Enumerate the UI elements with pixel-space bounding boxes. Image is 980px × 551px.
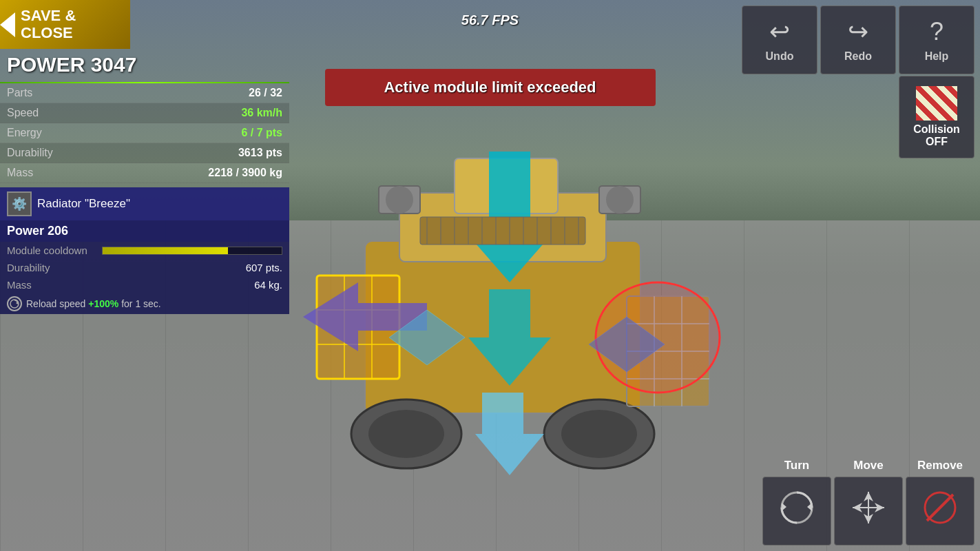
svg-marker-45: [807, 503, 812, 511]
parts-value: 26 / 32: [249, 87, 282, 99]
energy-value: 6 / 7 pts: [241, 127, 282, 139]
svg-marker-43: [16, 302, 18, 304]
item-mass-row: Mass 64 kg.: [0, 276, 289, 293]
energy-label: Energy: [7, 127, 42, 139]
help-label: Help: [925, 50, 949, 63]
reload-text: Reload speed +100% for 1 sec.: [26, 298, 161, 309]
bottom-controls: Turn Move: [757, 453, 980, 551]
back-arrow-icon: [0, 12, 15, 37]
stats-panel: POWER 3047 Parts 26 / 32 Speed 36 km/h E…: [0, 49, 289, 314]
item-icon: ⚙️: [7, 191, 32, 216]
remove-icon: [921, 489, 959, 533]
save-close-label: SAVE & CLOSE: [21, 8, 130, 41]
parts-row: Parts 26 / 32: [0, 83, 289, 103]
durability-row: Durability 3613 pts: [0, 143, 289, 163]
help-button[interactable]: ? Help: [899, 6, 974, 74]
item-power: Power 206: [0, 220, 289, 242]
svg-point-28: [606, 186, 634, 214]
turn-icon: [778, 489, 815, 533]
cooldown-bar-fill: [103, 247, 228, 254]
speed-label: Speed: [7, 107, 39, 119]
mass-label: Mass: [7, 167, 33, 179]
collision-label: CollisionOFF: [913, 123, 960, 148]
collision-icon: [916, 86, 957, 121]
reload-speed-row: Reload speed +100% for 1 sec.: [0, 293, 289, 314]
mass-value: 2218 / 3900 kg: [208, 167, 282, 179]
move-label: Move: [853, 459, 883, 472]
power-title: POWER 3047: [0, 49, 289, 81]
top-right-controls: ↩ Undo ↪ Redo ? Help: [736, 0, 980, 80]
svg-point-4: [368, 410, 444, 458]
reload-icon: [7, 296, 22, 311]
svg-marker-46: [782, 503, 786, 511]
item-durability-row: Durability 607 pts.: [0, 259, 289, 276]
move-control: Move: [834, 459, 903, 545]
alert-banner: Active module limit exceeded: [325, 69, 656, 106]
undo-label: Undo: [766, 50, 794, 63]
energy-row: Energy 6 / 7 pts: [0, 123, 289, 143]
move-button[interactable]: [834, 477, 903, 545]
svg-line-54: [927, 495, 953, 521]
svg-point-6: [561, 410, 637, 458]
speed-value: 36 km/h: [241, 107, 282, 119]
turn-control: Turn: [762, 459, 831, 545]
selected-item-panel: ⚙️ Radiator "Breeze" Power 206 Module co…: [0, 187, 289, 314]
item-name: Radiator "Breeze": [37, 197, 130, 211]
undo-icon: ↩: [769, 17, 790, 46]
redo-icon: ↪: [848, 17, 868, 46]
fps-counter: 56.7 FPS: [461, 12, 519, 28]
item-durability-label: Durability: [7, 262, 50, 273]
remove-control: Remove: [906, 459, 974, 545]
save-close-button[interactable]: SAVE & CLOSE: [0, 0, 130, 49]
reload-bonus: +100%: [88, 298, 118, 309]
speed-row: Speed 36 km/h: [0, 103, 289, 123]
item-durability-value: 607 pts.: [246, 262, 282, 273]
robot-vehicle: [262, 103, 744, 503]
durability-value: 3613 pts: [238, 147, 282, 159]
svg-rect-29: [420, 217, 585, 245]
turn-button[interactable]: [762, 477, 831, 545]
help-icon: ?: [930, 17, 943, 46]
undo-button[interactable]: ↩ Undo: [742, 6, 817, 74]
remove-button[interactable]: [906, 477, 974, 545]
mass-row: Mass 2218 / 3900 kg: [0, 163, 289, 183]
item-mass-value: 64 kg.: [254, 279, 282, 291]
move-icon: [850, 489, 887, 533]
remove-label: Remove: [917, 459, 963, 472]
cooldown-bar-background: [102, 247, 282, 255]
redo-label: Redo: [844, 50, 872, 63]
collision-button[interactable]: CollisionOFF: [899, 76, 974, 158]
item-name-row: ⚙️ Radiator "Breeze": [0, 187, 289, 220]
parts-label: Parts: [7, 87, 32, 99]
svg-point-26: [386, 186, 413, 214]
turn-label: Turn: [784, 459, 810, 472]
redo-button[interactable]: ↪ Redo: [820, 6, 896, 74]
item-mass-label: Mass: [7, 279, 32, 291]
durability-label: Durability: [7, 147, 53, 159]
cooldown-bar-row: Module cooldown: [0, 242, 289, 259]
cooldown-label: Module cooldown: [7, 245, 96, 256]
